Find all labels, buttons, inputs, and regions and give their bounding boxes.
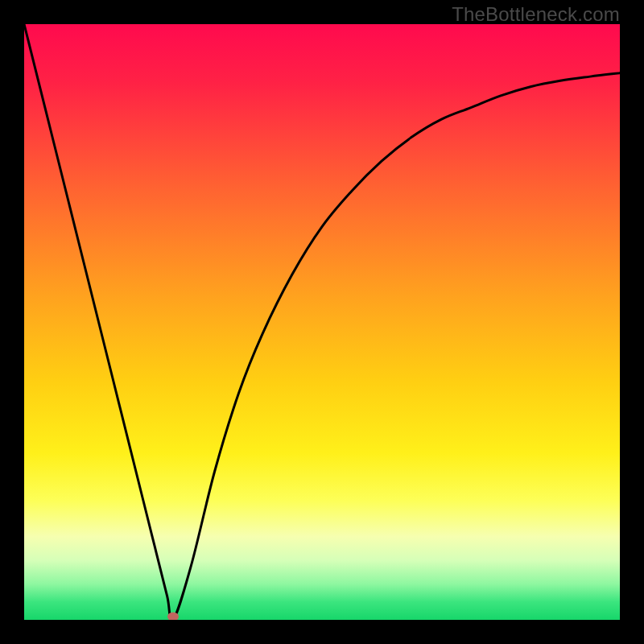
plot-area: [24, 24, 620, 620]
bottleneck-curve: [24, 24, 620, 620]
watermark-text: TheBottleneck.com: [452, 3, 620, 26]
chart-frame: TheBottleneck.com: [0, 0, 644, 644]
